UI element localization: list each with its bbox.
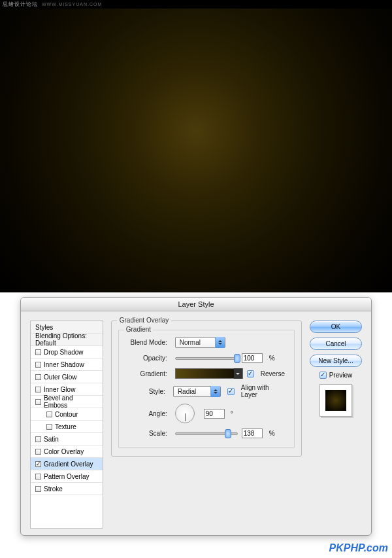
chevron-updown-icon [215, 337, 225, 348]
sidebar-item-inner-shadow[interactable]: Inner Shadow [31, 358, 103, 371]
sidebar-item-texture[interactable]: Texture [31, 421, 103, 433]
sidebar-item-pattern-overlay[interactable]: Pattern Overlay [31, 470, 103, 483]
preview-thumbnail [319, 384, 352, 417]
align-layer-label: Align with Layer [241, 384, 285, 398]
inner-group-title: Gradient [124, 326, 153, 333]
checkbox-icon[interactable] [35, 474, 41, 480]
layer-style-dialog: Layer Style Styles Blending Options: Def… [20, 297, 372, 536]
opacity-input[interactable] [242, 353, 263, 363]
checkbox-icon[interactable] [35, 449, 41, 455]
sidebar-item-contour[interactable]: Contour [31, 408, 103, 421]
checkbox-icon[interactable] [35, 486, 41, 492]
preview-toggle-row: Preview [319, 372, 353, 379]
checkbox-icon[interactable] [46, 424, 52, 430]
reverse-checkbox[interactable] [247, 370, 254, 377]
percent-label: % [269, 430, 275, 437]
slider-thumb-icon[interactable] [225, 429, 231, 438]
ok-button[interactable]: OK [310, 321, 362, 333]
group-title: Gradient Overlay [117, 317, 172, 324]
gradient-inner-group: Gradient Blend Mode: Normal Opacity: [118, 330, 295, 448]
sidebar-item-satin[interactable]: Satin [31, 433, 103, 445]
sidebar-item-bevel-emboss[interactable]: Bevel and Emboss [31, 396, 103, 408]
angle-label: Angle: [128, 410, 171, 417]
styles-sidebar: Styles Blending Options: Default Drop Sh… [30, 321, 103, 529]
slider-thumb-icon[interactable] [234, 354, 240, 363]
chevron-updown-icon [210, 386, 220, 397]
scale-slider[interactable] [175, 432, 238, 435]
reverse-label: Reverse [261, 370, 285, 377]
angle-input[interactable] [204, 409, 225, 419]
sidebar-header-blending[interactable]: Blending Options: Default [31, 334, 103, 346]
preview-checkbox[interactable] [319, 372, 327, 379]
degree-label: ° [231, 410, 233, 417]
checkbox-icon[interactable] [35, 374, 41, 380]
document-canvas [0, 0, 392, 292]
dialog-title: Layer Style [21, 298, 371, 311]
new-style-button[interactable]: New Style... [310, 355, 362, 367]
angle-dial[interactable] [175, 404, 195, 423]
scale-label: Scale: [128, 430, 171, 437]
cancel-button[interactable]: Cancel [310, 338, 362, 350]
gradient-label: Gradient: [128, 370, 171, 377]
preview-swatch-icon [325, 390, 346, 411]
sidebar-item-stroke[interactable]: Stroke [31, 483, 103, 495]
watermark-url: WWW.MISSYUAN.COM [42, 2, 102, 7]
checkbox-icon[interactable] [35, 349, 41, 355]
sidebar-item-outer-glow[interactable]: Outer Glow [31, 371, 103, 383]
sidebar-item-gradient-overlay[interactable]: Gradient Overlay [31, 458, 103, 470]
blend-mode-select[interactable]: Normal [175, 337, 225, 348]
blend-mode-label: Blend Mode: [128, 339, 171, 346]
chevron-down-icon [234, 368, 242, 379]
preview-label: Preview [329, 372, 353, 379]
align-layer-checkbox[interactable] [227, 388, 235, 395]
gradient-swatch[interactable] [175, 368, 243, 379]
checkbox-icon[interactable] [35, 461, 41, 467]
source-watermark-bar: 思绪设计论坛 WWW.MISSYUAN.COM [0, 0, 392, 9]
percent-label: % [269, 355, 275, 362]
checkbox-icon[interactable] [35, 387, 41, 392]
gradient-overlay-group: Gradient Overlay Gradient Blend Mode: No… [111, 321, 302, 457]
checkbox-icon[interactable] [35, 436, 41, 442]
scale-input[interactable] [242, 428, 263, 438]
sidebar-item-color-overlay[interactable]: Color Overlay [31, 445, 103, 458]
page-watermark: PKPHP.com [329, 542, 388, 554]
style-select[interactable]: Radial [173, 386, 221, 397]
opacity-slider[interactable] [175, 357, 238, 360]
sidebar-item-drop-shadow[interactable]: Drop Shadow [31, 346, 103, 358]
watermark-cn: 思绪设计论坛 [3, 1, 38, 8]
checkbox-icon[interactable] [46, 411, 52, 417]
checkbox-icon[interactable] [35, 399, 41, 405]
checkbox-icon[interactable] [35, 362, 41, 368]
opacity-label: Opacity: [128, 355, 171, 362]
style-label: Style: [128, 388, 169, 395]
